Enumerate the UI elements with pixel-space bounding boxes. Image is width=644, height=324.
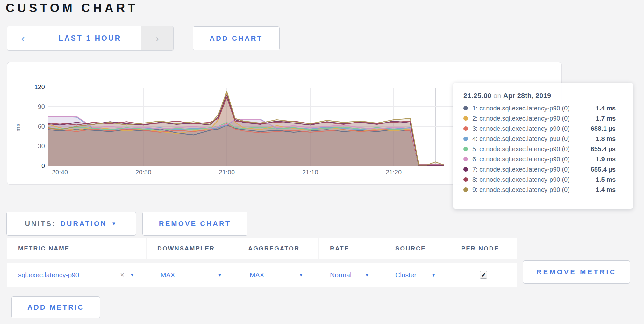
tooltip-row: 7: cr.node.sql.exec.latency-p90 (0)655.4…	[453, 164, 633, 174]
downsampler-value: MAX	[161, 271, 175, 279]
series-dot-icon	[463, 187, 468, 192]
page-title: CUSTOM CHART	[6, 1, 138, 15]
units-label: UNITS:	[25, 220, 56, 228]
add-metric-button[interactable]: ADD METRIC	[11, 296, 100, 318]
clear-metric-icon[interactable]: ×	[120, 271, 124, 279]
series-dot-icon	[463, 167, 468, 172]
y-tick-label: 120	[34, 83, 45, 90]
column-header-source: SOURCE	[384, 238, 450, 259]
series-value: 1.4 ms	[596, 105, 616, 112]
metric-row: sql.exec.latency-p90 × ▼ MAX ▼ MAX ▼ Nor…	[7, 263, 517, 287]
chart-tooltip: 21:25:00 on Apr 28th, 2019 1: cr.node.sq…	[453, 83, 633, 209]
y-tick-label: 60	[38, 123, 45, 130]
x-tick-label: 21:20	[386, 169, 402, 176]
tooltip-rows: 1: cr.node.sql.exec.latency-p90 (0)1.4 m…	[453, 103, 633, 195]
series-value: 655.4 µs	[591, 166, 616, 173]
series-dot-icon	[463, 147, 468, 151]
source-dropdown[interactable]: Cluster ▼	[384, 263, 450, 287]
series-value: 1.9 ms	[596, 156, 616, 163]
chevron-down-icon: ▼	[218, 272, 222, 278]
series-value: 1.5 ms	[596, 176, 616, 183]
column-header-aggregator: AGGREGATOR	[237, 238, 318, 259]
chevron-down-icon: ▼	[299, 272, 303, 278]
rate-dropdown[interactable]: Normal ▼	[319, 263, 384, 287]
column-header-rate: RATE	[319, 238, 384, 259]
time-next-button[interactable]: ›	[141, 26, 173, 50]
tooltip-time: 21:25:00	[463, 92, 491, 100]
y-tick-label: 90	[38, 103, 45, 110]
series-dot-icon	[463, 116, 468, 121]
series-label: 8: cr.node.sql.exec.latency-p90 (0)	[472, 176, 596, 183]
per-node-checkbox[interactable]: ✔	[480, 271, 487, 279]
series-value: 655.4 µs	[591, 145, 616, 153]
series-label: 4: cr.node.sql.exec.latency-p90 (0)	[472, 135, 596, 143]
metric-name-value: sql.exec.latency-p90	[18, 271, 79, 279]
downsampler-dropdown[interactable]: MAX ▼	[147, 263, 237, 287]
source-value: Cluster	[395, 271, 417, 279]
custom-chart-page: CUSTOM CHART ‹ LAST 1 HOUR › ADD CHART 0…	[0, 0, 644, 324]
tooltip-row: 5: cr.node.sql.exec.latency-p90 (0)655.4…	[453, 144, 633, 154]
series-label: 2: cr.node.sql.exec.latency-p90 (0)	[472, 115, 596, 122]
x-tick-label: 21:00	[219, 169, 235, 176]
tooltip-date: Apr 28th, 2019	[503, 92, 551, 100]
aggregator-dropdown[interactable]: MAX ▼	[237, 263, 318, 287]
series-label: 7: cr.node.sql.exec.latency-p90 (0)	[472, 166, 591, 173]
y-tick-label: 30	[38, 143, 45, 150]
metrics-table-header: METRIC NAMEDOWNSAMPLERAGGREGATORRATESOUR…	[7, 238, 517, 259]
series-label: 1: cr.node.sql.exec.latency-p90 (0)	[472, 105, 596, 112]
x-tick-label: 20:50	[135, 169, 151, 176]
chevron-right-icon: ›	[156, 33, 159, 44]
remove-metric-button[interactable]: REMOVE METRIC	[523, 260, 630, 284]
series-label: 3: cr.node.sql.exec.latency-p90 (0)	[472, 125, 591, 132]
chevron-down-icon: ▼	[365, 272, 369, 278]
column-header-downsampler: DOWNSAMPLER	[147, 238, 237, 259]
tooltip-row: 2: cr.node.sql.exec.latency-p90 (0)1.7 m…	[453, 113, 633, 123]
units-value: DURATION	[61, 220, 107, 228]
x-tick-label: 20:40	[52, 169, 68, 176]
chevron-down-icon: ▼	[111, 221, 118, 226]
tooltip-on-word: on	[493, 92, 503, 100]
add-chart-button[interactable]: ADD CHART	[193, 26, 280, 50]
tooltip-row: 8: cr.node.sql.exec.latency-p90 (0)1.5 m…	[453, 174, 633, 185]
series-dot-icon	[463, 157, 468, 161]
per-node-cell: ✔	[450, 263, 517, 287]
series-dot-icon	[463, 126, 468, 131]
series-value: 688.1 µs	[591, 125, 616, 132]
time-range-button[interactable]: LAST 1 HOUR	[39, 26, 141, 50]
series-dot-icon	[463, 106, 468, 110]
tooltip-row: 4: cr.node.sql.exec.latency-p90 (0)1.8 m…	[453, 134, 633, 144]
chevron-down-icon: ▼	[130, 272, 134, 278]
y-axis-label: ms	[15, 123, 21, 131]
tooltip-row: 6: cr.node.sql.exec.latency-p90 (0)1.9 m…	[453, 154, 633, 164]
time-prev-button[interactable]: ‹	[7, 26, 39, 50]
series-label: 5: cr.node.sql.exec.latency-p90 (0)	[472, 145, 591, 153]
series-value: 1.7 ms	[596, 115, 616, 122]
y-tick-label: 0	[41, 162, 45, 169]
metric-name-cell[interactable]: sql.exec.latency-p90 × ▼	[7, 263, 146, 287]
chevron-down-icon: ▼	[431, 272, 436, 278]
remove-chart-button[interactable]: REMOVE CHART	[142, 212, 247, 236]
series-dot-icon	[463, 137, 468, 141]
tooltip-row: 1: cr.node.sql.exec.latency-p90 (0)1.4 m…	[453, 103, 633, 113]
tooltip-row: 3: cr.node.sql.exec.latency-p90 (0)688.1…	[453, 123, 633, 134]
series-value: 1.4 ms	[596, 186, 616, 194]
units-dropdown[interactable]: UNITS: DURATION ▼	[6, 212, 136, 236]
tooltip-row: 9: cr.node.sql.exec.latency-p90 (0)1.4 m…	[453, 185, 633, 195]
chevron-left-icon: ‹	[21, 32, 25, 45]
x-tick-label: 21:10	[302, 169, 318, 176]
series-label: 9: cr.node.sql.exec.latency-p90 (0)	[472, 186, 596, 194]
tooltip-header: 21:25:00 on Apr 28th, 2019	[453, 92, 633, 103]
series-dot-icon	[463, 177, 468, 182]
rate-value: Normal	[330, 271, 352, 279]
time-range-selector: ‹ LAST 1 HOUR ›	[7, 26, 174, 51]
series-label: 6: cr.node.sql.exec.latency-p90 (0)	[472, 156, 596, 163]
column-header-metric-name: METRIC NAME	[7, 238, 146, 259]
aggregator-value: MAX	[250, 271, 264, 279]
column-header-per-node: PER NODE	[450, 238, 517, 259]
series-value: 1.8 ms	[596, 135, 616, 143]
